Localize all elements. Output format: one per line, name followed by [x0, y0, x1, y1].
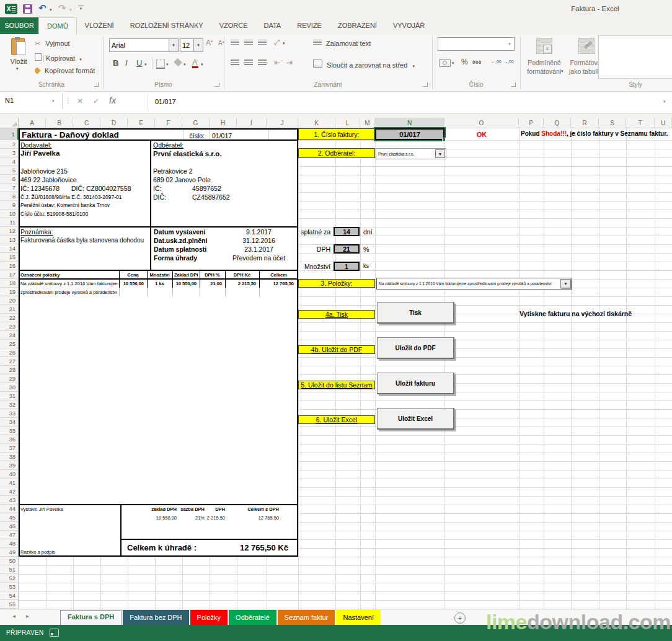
row-header-35[interactable]: 35: [0, 427, 19, 435]
customer-dropdown[interactable]: První elastická s.r.o.▼: [376, 148, 446, 159]
column-header-F[interactable]: F: [155, 118, 182, 128]
wrap-text-button[interactable]: Zalamovat text: [313, 40, 371, 47]
row-header-49[interactable]: 49: [0, 548, 19, 557]
cell-styles-gallery[interactable]: [598, 35, 672, 79]
row-header-46[interactable]: 46: [0, 522, 19, 531]
increase-decimal-icon[interactable]: ←,00: [491, 60, 502, 64]
items-dropdown-arrow-icon[interactable]: ▼: [560, 279, 571, 288]
row-header-17[interactable]: 17: [0, 270, 19, 279]
row-header-28[interactable]: 28: [0, 366, 19, 374]
enter-button[interactable]: ✓: [93, 97, 99, 105]
row-header-41[interactable]: 41: [0, 479, 19, 487]
selected-cell-n1[interactable]: 01/017: [375, 128, 444, 140]
row-headers[interactable]: 1234567891011121314151617181920212223242…: [0, 128, 19, 609]
undo-dropdown-icon[interactable]: ▾: [50, 7, 52, 12]
column-header-P[interactable]: P: [519, 118, 544, 128]
borders-icon[interactable]: [156, 60, 165, 69]
sheet-nav-right-icon[interactable]: ▸: [26, 612, 29, 619]
row-header-20[interactable]: 20: [0, 296, 19, 305]
row-header-37[interactable]: 37: [0, 444, 19, 453]
ribbon-tab-dom-[interactable]: DOMŮ: [38, 17, 77, 34]
row-header-54[interactable]: 54: [0, 591, 19, 600]
sheet-nav-left-icon[interactable]: ◂: [12, 612, 15, 619]
sheet-tab-polo-ky[interactable]: Položky: [190, 610, 228, 625]
column-header-K[interactable]: K: [298, 118, 335, 128]
row-header-11[interactable]: 11: [0, 218, 19, 227]
underline-button[interactable]: U: [136, 58, 142, 68]
accounting-format-icon[interactable]: [439, 59, 451, 67]
action-button-2[interactable]: Uložit do PDF: [377, 337, 454, 359]
row-header-33[interactable]: 33: [0, 409, 19, 418]
row-header-53[interactable]: 53: [0, 583, 19, 591]
row-header-52[interactable]: 52: [0, 574, 19, 583]
column-header-O[interactable]: O: [444, 118, 519, 128]
name-box[interactable]: N1 ▾: [0, 93, 63, 109]
align-middle-icon[interactable]: [244, 40, 253, 46]
row-header-3[interactable]: 3: [0, 149, 19, 157]
action-button-3[interactable]: Uložit fakturu: [377, 373, 454, 394]
merge-center-button[interactable]: Sloučit a zarovnat na střed ▾: [313, 60, 415, 69]
ribbon-tab-vzorce[interactable]: VZORCE: [211, 17, 256, 34]
row-header-30[interactable]: 30: [0, 383, 19, 392]
row-header-19[interactable]: 19: [0, 288, 19, 296]
row-header-39[interactable]: 39: [0, 461, 19, 470]
sheet-tab-nastaven-[interactable]: Nastavení: [336, 610, 381, 625]
row-header-26[interactable]: 26: [0, 348, 19, 357]
formula-input[interactable]: 01/017: [155, 98, 176, 105]
macro-record-icon[interactable]: [50, 629, 59, 637]
row-header-43[interactable]: 43: [0, 496, 19, 505]
quantity-value-cell[interactable]: 1: [334, 262, 360, 271]
column-headers[interactable]: ABCDEFGHIJKLMNOPQRSTU: [0, 118, 672, 128]
row-header-18[interactable]: 18: [0, 279, 19, 288]
column-header-C[interactable]: C: [73, 118, 100, 128]
underline-dropdown-icon[interactable]: ▾: [144, 62, 147, 67]
shrink-font-button[interactable]: A▾: [218, 40, 224, 46]
decrease-decimal-icon[interactable]: →,00: [503, 60, 514, 64]
font-size-combo[interactable]: 12▾: [180, 38, 203, 52]
column-header-S[interactable]: S: [599, 118, 626, 128]
row-header-47[interactable]: 47: [0, 531, 19, 539]
grow-font-button[interactable]: A▴: [206, 38, 213, 47]
insert-function-button[interactable]: fx: [109, 95, 116, 105]
column-header-Q[interactable]: Q: [544, 118, 571, 128]
row-header-1[interactable]: 1: [0, 128, 19, 140]
row-header-51[interactable]: 51: [0, 565, 19, 574]
conditional-formatting-button[interactable]: ≠ Podmíněné formátování ▾: [524, 37, 565, 80]
ribbon-tab-rozlo-en-str-nky[interactable]: ROZLOŽENÍ STRÁNKY: [122, 17, 211, 34]
column-header-N[interactable]: N: [375, 118, 444, 128]
column-header-J[interactable]: J: [267, 118, 298, 128]
sheet-tab-odb-ratel-[interactable]: Odběratelé: [229, 610, 276, 625]
column-header-B[interactable]: B: [46, 118, 73, 128]
row-header-9[interactable]: 9: [0, 201, 19, 210]
accounting-dropdown-icon[interactable]: ▾: [452, 61, 454, 66]
row-header-38[interactable]: 38: [0, 453, 19, 461]
row-header-7[interactable]: 7: [0, 183, 19, 192]
align-left-icon[interactable]: [231, 60, 239, 66]
redo-dropdown-icon[interactable]: ▾: [69, 7, 72, 12]
number-dialog-launcher[interactable]: [511, 82, 516, 87]
row-header-13[interactable]: 13: [0, 236, 19, 244]
row-header-4[interactable]: 4: [0, 157, 19, 166]
customer-dropdown-arrow-icon[interactable]: ▼: [435, 149, 445, 158]
format-painter-button[interactable]: Kopírovat formát: [35, 67, 95, 74]
alignment-dialog-launcher[interactable]: [423, 82, 428, 87]
row-header-45[interactable]: 45: [0, 513, 19, 522]
row-header-24[interactable]: 24: [0, 331, 19, 340]
row-header-27[interactable]: 27: [0, 357, 19, 366]
due-value-cell[interactable]: 14: [334, 227, 360, 236]
comma-style-button[interactable]: 000: [472, 60, 482, 65]
column-header-R[interactable]: R: [571, 118, 599, 128]
column-header-A[interactable]: A: [19, 118, 46, 128]
column-header-T[interactable]: T: [626, 118, 655, 128]
name-box-dropdown-icon[interactable]: ▾: [52, 99, 55, 104]
ribbon-tab-vlo-en-[interactable]: VLOŽENÍ: [77, 17, 122, 34]
ribbon-tab-data[interactable]: DATA: [256, 17, 290, 34]
fill-color-dropdown-icon[interactable]: ▾: [183, 62, 186, 67]
font-color-dropdown-icon[interactable]: ▾: [201, 62, 203, 67]
row-header-36[interactable]: 36: [0, 435, 19, 444]
ribbon-tab-zobrazen-[interactable]: ZOBRAZENÍ: [330, 17, 385, 34]
column-header-M[interactable]: M: [360, 118, 375, 128]
cut-button[interactable]: ✂ Vyjmout: [35, 40, 70, 48]
sheet-tab-faktura-s-dph[interactable]: Faktura s DPH: [60, 610, 122, 627]
column-header-U[interactable]: U: [655, 118, 672, 128]
